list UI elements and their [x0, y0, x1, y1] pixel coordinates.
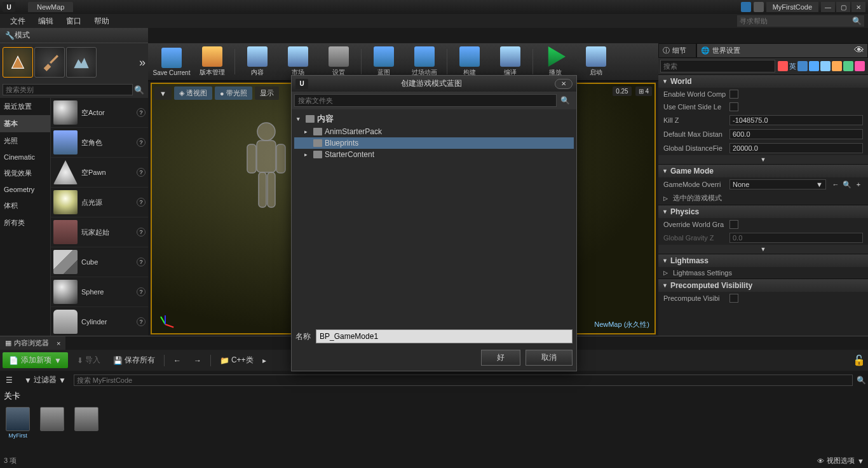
help-search-input[interactable]: [740, 17, 852, 25]
help-icon[interactable]: ?: [137, 168, 146, 177]
help-icon[interactable]: ?: [137, 317, 146, 326]
gamemode-dropdown[interactable]: None▼: [729, 179, 826, 189]
menu-help[interactable]: 帮助: [88, 15, 116, 28]
cat-lights[interactable]: 光照: [0, 132, 50, 149]
killz-input[interactable]: [729, 115, 863, 125]
filter-button[interactable]: ▼过滤器▼: [20, 373, 70, 387]
settings-button[interactable]: 设置: [319, 45, 358, 79]
maxdist-input[interactable]: [729, 129, 863, 139]
cat-basic[interactable]: 基本: [0, 115, 50, 132]
mic-icon[interactable]: [809, 61, 819, 71]
tree-root[interactable]: ▾内容: [294, 112, 574, 126]
mode-place[interactable]: [3, 47, 33, 78]
chevron-right-icon[interactable]: ▷: [663, 195, 668, 202]
launch-button[interactable]: 启动: [576, 45, 616, 79]
precomp-section-header[interactable]: ▼Precomputed Visibility: [658, 279, 868, 292]
expand-button[interactable]: ▼: [658, 155, 868, 164]
actor-item[interactable]: 点光源?: [51, 188, 148, 217]
cat-all[interactable]: 所有类: [0, 214, 50, 231]
message-icon[interactable]: [754, 2, 764, 12]
build-button[interactable]: 构建: [450, 45, 489, 79]
folder-search-input[interactable]: [294, 94, 557, 107]
browse-icon[interactable]: 🔍: [843, 180, 851, 189]
tree-folder-item-selected[interactable]: Blueprints: [294, 137, 574, 149]
physics-section-header[interactable]: ▼Physics: [658, 205, 868, 218]
camera-speed[interactable]: 0.25: [613, 86, 631, 96]
chevron-right-icon[interactable]: ▷: [663, 270, 668, 276]
cpp-classes-button[interactable]: 📁C++类: [216, 353, 257, 368]
content-search-input[interactable]: [74, 375, 853, 386]
ok-button[interactable]: 好: [481, 350, 520, 366]
asset-item[interactable]: [38, 407, 66, 439]
enable-comp-checkbox[interactable]: [729, 90, 738, 99]
nav-back[interactable]: ←: [170, 354, 185, 367]
help-search[interactable]: 🔍: [737, 15, 864, 27]
help-icon[interactable]: ?: [137, 138, 146, 147]
sogou-icon[interactable]: [778, 61, 788, 71]
client-side-checkbox[interactable]: [729, 102, 738, 111]
blueprint-name-input[interactable]: [316, 329, 573, 343]
help-icon[interactable]: ?: [137, 287, 146, 296]
help-icon[interactable]: ?: [137, 198, 146, 207]
help-icon[interactable]: ?: [137, 108, 146, 117]
actor-item[interactable]: 空Pawn?: [51, 158, 148, 188]
save-button[interactable]: Save Current: [152, 45, 191, 79]
notification-icon[interactable]: [741, 2, 751, 12]
lit-button[interactable]: ●带光照: [215, 86, 252, 100]
modes-tab[interactable]: 🔧 模式: [0, 28, 148, 43]
compile-button[interactable]: 编译: [491, 45, 530, 79]
expand-button[interactable]: ▼: [658, 245, 868, 254]
blueprint-button[interactable]: 蓝图: [364, 45, 403, 79]
lock-icon[interactable]: 🔓: [853, 354, 865, 366]
menu-edit[interactable]: 编辑: [32, 15, 60, 28]
show-button[interactable]: 显示: [255, 86, 279, 100]
actor-item[interactable]: Sphere?: [51, 277, 148, 307]
world-settings-tab[interactable]: 🌐世界设置×: [696, 43, 868, 58]
mode-landscape[interactable]: [66, 47, 97, 78]
perspective-button[interactable]: ◈透视图: [174, 86, 212, 100]
actor-item[interactable]: 玩家起始?: [51, 217, 148, 247]
cat-cinematic[interactable]: Cinematic: [0, 149, 50, 165]
search-icon[interactable]: 🔍: [133, 84, 146, 95]
nav-fwd[interactable]: →: [190, 354, 205, 367]
world-section-header[interactable]: ▼World: [658, 75, 868, 88]
lightmass-section-header[interactable]: ▼Lightmass: [658, 254, 868, 267]
cinematic-button[interactable]: 过场动画: [405, 45, 444, 79]
add-icon[interactable]: +: [854, 180, 863, 189]
actor-item[interactable]: Cylinder?: [51, 307, 148, 336]
mode-paint[interactable]: [34, 47, 65, 78]
actor-item[interactable]: Cube?: [51, 247, 148, 277]
menu-window[interactable]: 窗口: [60, 15, 88, 28]
play-button[interactable]: 播放: [536, 45, 575, 79]
cat-volumes[interactable]: 体积: [0, 197, 50, 214]
precomp-checkbox[interactable]: [729, 294, 738, 303]
cancel-button[interactable]: 取消: [526, 350, 573, 366]
back-icon[interactable]: ←: [831, 180, 840, 189]
grid-snap[interactable]: ⊞ 4: [635, 86, 652, 96]
import-button[interactable]: ⬇导入: [73, 353, 104, 368]
keyboard-icon[interactable]: [820, 61, 831, 71]
moon-icon[interactable]: [797, 61, 808, 71]
content-button[interactable]: 内容: [238, 45, 277, 79]
help-icon[interactable]: ?: [137, 228, 146, 237]
details-tab[interactable]: ⓘ细节: [658, 43, 696, 58]
menu-file[interactable]: 文件: [4, 15, 32, 28]
asset-item[interactable]: [72, 407, 100, 439]
map-tab[interactable]: NewMap: [28, 2, 73, 12]
save-all-button[interactable]: 💾保存所有: [109, 353, 159, 368]
close-icon[interactable]: ×: [57, 340, 60, 347]
gdf-input[interactable]: [729, 143, 863, 153]
shirt-icon[interactable]: [843, 61, 853, 71]
version-button[interactable]: 版本管理: [193, 45, 232, 79]
modes-expand-icon[interactable]: »: [139, 56, 146, 69]
help-icon[interactable]: ?: [137, 258, 146, 266]
cat-recent[interactable]: 最近放置: [0, 98, 50, 115]
search-icon[interactable]: 🔍: [857, 376, 866, 385]
actor-item[interactable]: 空Actor?: [51, 98, 148, 128]
view-options-button[interactable]: 👁视图选项▼: [817, 456, 864, 465]
add-new-button[interactable]: 📄添加新项▼: [3, 352, 68, 368]
mannequin-actor[interactable]: [234, 119, 298, 246]
gamemode-section-header[interactable]: ▼Game Mode: [658, 165, 868, 177]
search-icon[interactable]: 🔍: [557, 94, 574, 107]
wrench-icon[interactable]: [855, 61, 865, 71]
